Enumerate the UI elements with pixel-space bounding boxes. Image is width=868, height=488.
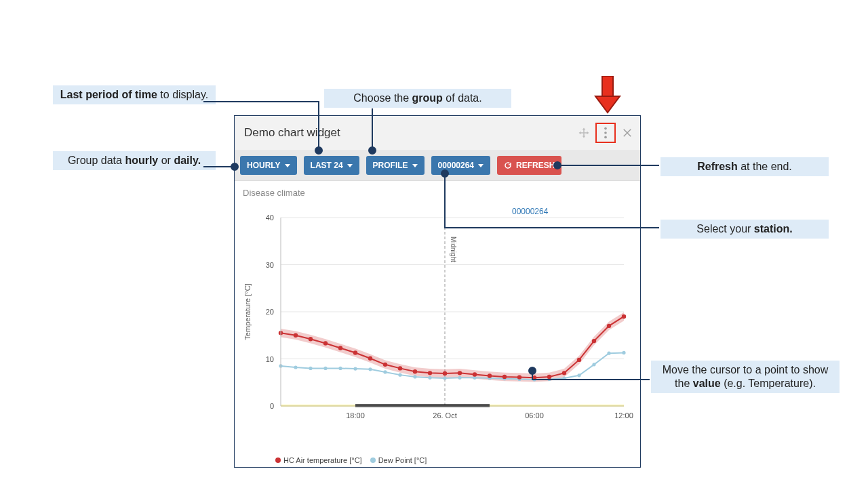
svg-point-62 (443, 371, 447, 375)
chevron-down-icon (347, 164, 353, 167)
svg-text:0: 0 (270, 402, 274, 410)
temperature-chart[interactable]: 01020304018:0026. Oct06:0012:00Temperatu… (235, 201, 640, 445)
svg-point-65 (488, 373, 492, 378)
legend-air-temp: HC Air temperature [°C] (275, 456, 362, 464)
svg-point-63 (458, 371, 462, 375)
svg-point-59 (398, 366, 402, 370)
svg-point-70 (562, 371, 566, 375)
svg-point-71 (577, 358, 581, 362)
svg-point-74 (622, 314, 626, 319)
svg-point-35 (398, 373, 401, 377)
svg-point-50 (622, 351, 625, 354)
widget-header: Demo chart widget (235, 116, 640, 150)
svg-point-60 (413, 369, 417, 373)
svg-text:20: 20 (266, 308, 274, 316)
svg-point-57 (368, 357, 372, 361)
svg-point-52 (294, 333, 298, 338)
svg-marker-2 (579, 128, 589, 138)
svg-point-36 (413, 375, 416, 378)
svg-point-46 (562, 376, 566, 380)
svg-point-4 (604, 131, 607, 134)
svg-point-55 (338, 346, 342, 350)
svg-point-67 (517, 375, 521, 379)
close-icon[interactable] (620, 125, 635, 140)
move-icon[interactable] (576, 125, 591, 140)
legend-dew-point: Dew Point [°C] (370, 456, 427, 464)
svg-text:12:00: 12:00 (614, 411, 633, 420)
profile-dropdown[interactable]: PROFILE (366, 156, 425, 175)
svg-marker-1 (595, 96, 620, 113)
svg-text:Temperature [°C]: Temperature [°C] (243, 283, 252, 340)
svg-point-3 (604, 127, 607, 130)
callout-choose-group: Choose the group of data. (324, 89, 511, 108)
svg-point-39 (458, 376, 461, 380)
svg-point-28 (294, 365, 297, 369)
svg-point-32 (353, 367, 357, 370)
svg-point-54 (323, 341, 328, 345)
demo-chart-widget: Demo chart widget HOURLY LAST 24 PROFILE… (234, 115, 641, 468)
callout-last-period: Last period of time to display. (53, 85, 216, 104)
svg-point-64 (473, 372, 477, 376)
svg-point-33 (368, 367, 372, 371)
more-menu-icon[interactable] (595, 123, 616, 143)
svg-rect-0 (602, 76, 613, 96)
svg-point-68 (532, 375, 536, 380)
svg-point-34 (383, 370, 387, 373)
widget-header-icons (576, 123, 635, 143)
widget-title: Demo chart widget (244, 126, 340, 140)
svg-point-31 (338, 367, 342, 370)
toolbar: HOURLY LAST 24 PROFILE 00000264 REFRESH (235, 150, 640, 181)
svg-point-56 (353, 350, 357, 354)
svg-point-30 (323, 367, 327, 370)
svg-text:30: 30 (266, 261, 274, 269)
svg-text:40: 40 (266, 214, 274, 222)
svg-point-49 (607, 352, 610, 355)
station-dropdown[interactable]: 00000264 (431, 156, 490, 175)
refresh-icon (504, 161, 512, 169)
svg-text:18:00: 18:00 (346, 411, 365, 420)
svg-point-72 (592, 339, 596, 343)
svg-point-53 (309, 337, 313, 341)
chevron-down-icon (285, 164, 290, 167)
red-arrow-icon (594, 76, 621, 114)
callout-hourly-daily: Group data hourly or daily. (53, 151, 216, 170)
chart-subheading: Disease climate (243, 188, 305, 198)
svg-point-48 (592, 363, 595, 366)
svg-point-5 (604, 136, 607, 139)
svg-point-69 (547, 375, 551, 379)
svg-point-66 (502, 375, 507, 379)
refresh-button[interactable]: REFRESH (497, 156, 561, 175)
callout-station: Select your station. (660, 220, 829, 239)
svg-point-29 (309, 367, 312, 370)
callout-cursor-value: Move the cursor to a point to show the v… (651, 361, 840, 393)
svg-point-61 (428, 371, 432, 375)
last-period-dropdown[interactable]: LAST 24 (304, 156, 359, 175)
svg-text:10: 10 (266, 355, 274, 363)
svg-point-73 (607, 324, 611, 328)
svg-text:Midnight: Midnight (450, 237, 457, 262)
svg-point-58 (383, 363, 387, 367)
svg-text:26. Oct: 26. Oct (433, 411, 456, 420)
chevron-down-icon (478, 164, 484, 167)
svg-point-38 (443, 376, 446, 380)
chevron-down-icon (412, 164, 418, 167)
chart-body: Disease climate 00000264 01020304018:002… (235, 181, 640, 468)
hourly-dropdown[interactable]: HOURLY (240, 156, 297, 175)
svg-text:06:00: 06:00 (525, 411, 544, 420)
svg-point-37 (428, 376, 431, 380)
chart-legend: HC Air temperature [°C] Dew Point [°C] (275, 456, 427, 464)
callout-refresh: Refresh at the end. (660, 157, 829, 176)
svg-point-47 (577, 373, 580, 377)
